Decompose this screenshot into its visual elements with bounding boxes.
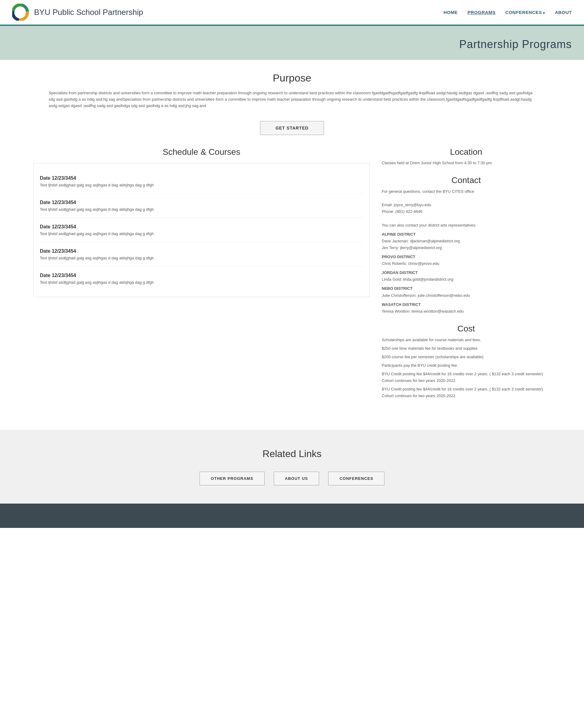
related-link-button[interactable]: CONFERENCES: [328, 472, 384, 485]
contact-email: Email: joyce_terry@byu.edu: [382, 202, 551, 208]
schedule-card: Date 12/23/3454 Text ljhdsf asdljghad ga…: [40, 267, 363, 291]
schedule-card-text: Text ljhdsf asdljghad galg asg asjlhgas …: [40, 231, 363, 236]
schedule-card: Date 12/23/3454 Text ljhdsf asdljghad ga…: [40, 242, 363, 267]
cost-line: $250 one time materials fee for textbook…: [382, 345, 551, 352]
district-contact: Jen Terry: jterry@alpinedistrict.org: [382, 244, 551, 251]
cost-line: Scholarships are available for course ma…: [382, 337, 551, 343]
cost-section: Cost Scholarships are available for cour…: [382, 324, 551, 399]
contact-district: WASATCH DISTRICTTeresa Wootton: teresa.w…: [382, 301, 551, 315]
contact-district: JORDAN DISTRICTLinda Gold: linda.gold@jo…: [382, 269, 551, 283]
related-link-button[interactable]: ABOUT US: [274, 472, 320, 485]
schedule-card-date: Date 12/23/3454: [40, 224, 363, 230]
schedule-card-text: Text ljhdsf asdljghad galg asg asjlhgas …: [40, 256, 363, 260]
get-started-button[interactable]: GET STARTED: [260, 121, 324, 135]
district-name: JORDAN DISTRICT: [382, 270, 417, 275]
nav-about[interactable]: ABOUT: [555, 10, 572, 15]
schedule-card-text: Text ljhdsf asdljghad galg asg asjlhgas …: [40, 183, 363, 187]
contact-reps-intro: You can also contact your district arts …: [382, 222, 551, 229]
logo-container: BYU Public School Partnership: [12, 4, 143, 21]
schedule-card-text: Text ljhdsf asdljghad galg asg asjlhgas …: [40, 280, 363, 285]
cost-line: $200 course fee per semester (scholarshi…: [382, 354, 551, 360]
header: BYU Public School Partnership HOME PROGR…: [0, 0, 584, 25]
nav-home[interactable]: HOME: [443, 10, 458, 15]
contact-district: PROVO DISTRICTChris Roberts: chrisr@prov…: [382, 254, 551, 267]
contact-district: ALPINE DISTRICTDave Jackman: djackman@al…: [382, 231, 551, 251]
schedule-cards: Date 12/23/3454 Text ljhdsf asdljghad ga…: [33, 163, 370, 297]
contact-section: Contact For general questions, contact t…: [382, 176, 551, 315]
district-name: NEBO DISTRICT: [382, 286, 412, 291]
nav-conferences[interactable]: CONFERENCES: [505, 10, 545, 15]
contact-intro: For general questions, contact the BYU C…: [382, 188, 551, 195]
district-contact: Linda Gold: linda.gold@jordandistrict.or…: [382, 276, 551, 283]
related-link-button[interactable]: OTHER PROGRAMS: [200, 472, 264, 485]
footer: [0, 503, 584, 528]
schedule-card-date: Date 12/23/3454: [40, 273, 363, 278]
schedule-card-text: Text ljhdsf asdljghad galg asg asjlhgas …: [40, 207, 363, 212]
contact-text: For general questions, contact the BYU C…: [382, 188, 551, 315]
nav-programs[interactable]: PROGRAMS: [467, 10, 496, 15]
district-name: WASATCH DISTRICT: [382, 302, 421, 307]
purpose-heading: Purpose: [33, 72, 551, 84]
contact-heading: Contact: [382, 176, 551, 185]
district-contact: Teresa Wootton: teresa.wootton@wasatch.e…: [382, 308, 551, 315]
right-column: Location Classes held at Orem Junior Hig…: [382, 147, 551, 399]
main-nav: HOME PROGRAMS CONFERENCES ABOUT: [443, 10, 572, 15]
hero-banner: Partnership Programs: [0, 26, 584, 60]
schedule-location-wrapper: Schedule & Courses Date 12/23/3454 Text …: [33, 147, 551, 399]
schedule-card: Date 12/23/3454 Text ljhdsf asdljghad ga…: [40, 194, 363, 218]
cost-line: Participants pay the BYU credit posting …: [382, 362, 551, 369]
cost-line: BYU Credit posting fee $44/credit for 16…: [382, 371, 551, 384]
contact-district: NEBO DISTRICTJulie Christofferson: julie…: [382, 285, 551, 298]
main-content: Purpose Specialists from partnership dis…: [9, 60, 575, 430]
cost-heading: Cost: [382, 324, 551, 334]
schedule-section: Schedule & Courses Date 12/23/3454 Text …: [33, 147, 370, 399]
district-contact: Dave Jackman: djackman@alpinedistrict.or…: [382, 238, 551, 244]
cost-text: Scholarships are available for course ma…: [382, 337, 551, 399]
cost-line: BYU Credit posting fee $44/credit for 16…: [382, 386, 551, 399]
location-text: Classes held at Orem Junior High School …: [382, 160, 551, 166]
district-contact: Julie Christofferson: julie.christoffers…: [382, 292, 551, 299]
byu-logo-icon: [12, 4, 29, 21]
district-name: ALPINE DISTRICT: [382, 232, 415, 237]
related-links-section: Related Links OTHER PROGRAMSABOUT USCONF…: [0, 430, 584, 503]
purpose-text: Specialists from partnership districts a…: [49, 90, 535, 109]
related-links-buttons: OTHER PROGRAMSABOUT USCONFERENCES: [12, 472, 572, 485]
schedule-card: Date 12/23/3454 Text ljhdsf asdljghad ga…: [40, 218, 363, 242]
schedule-card-date: Date 12/23/3454: [40, 200, 363, 205]
related-links-heading: Related Links: [12, 448, 572, 460]
location-heading: Location: [382, 147, 551, 157]
district-name: PROVO DISTRICT: [382, 255, 415, 259]
site-title: BYU Public School Partnership: [34, 8, 143, 17]
schedule-heading: Schedule & Courses: [33, 147, 370, 157]
schedule-card-date: Date 12/23/3454: [40, 176, 363, 181]
schedule-card: Date 12/23/3454 Text ljhdsf asdljghad ga…: [40, 170, 363, 194]
hero-title: Partnership Programs: [12, 38, 572, 51]
district-contact: Chris Roberts: chrisr@provo.edu: [382, 260, 551, 267]
purpose-section: Purpose Specialists from partnership dis…: [33, 72, 551, 109]
schedule-card-date: Date 12/23/3454: [40, 249, 363, 254]
location-section: Location Classes held at Orem Junior Hig…: [382, 147, 551, 166]
contact-phone: Phone: (801) 422-4646: [382, 208, 551, 215]
get-started-container: GET STARTED: [33, 121, 551, 135]
